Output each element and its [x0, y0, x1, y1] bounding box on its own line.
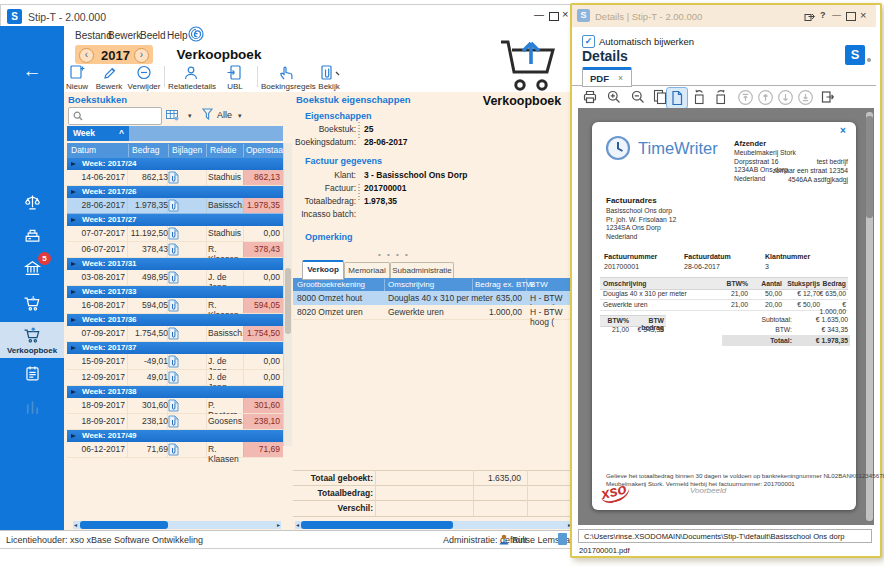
boekstuk-row[interactable]: 07-09-2017 1.754,50 Basissch... 1.754,50 — [67, 326, 283, 342]
spiral-icon[interactable] — [188, 26, 204, 42]
minimize-button[interactable]: — — [534, 9, 544, 20]
toolbar-relatiedetails-button[interactable]: Relatiedetails — [168, 64, 214, 91]
pdf-vertical-scrollbar[interactable] — [866, 112, 873, 521]
details-minimize-button[interactable]: — — [832, 10, 841, 20]
week-group-header[interactable]: Week: 2017/38 — [67, 386, 283, 398]
group-by-week-button[interactable]: Week ^ — [67, 126, 129, 141]
boekstuk-row[interactable]: 07-07-2017 11.192,50 Stadhuis 0,00 — [67, 226, 283, 242]
toolbar-boekingsregels-button[interactable]: Boekingsregels — [261, 64, 311, 91]
details-title-bar[interactable]: S Details | Stip-T - 2.00.000 ? — × — [572, 5, 876, 27]
sidebar-item-register[interactable] — [23, 226, 42, 245]
total-label: Totaal geboekt: — [293, 473, 373, 483]
toolbar-nieuw-button[interactable]: Nieuw — [62, 64, 92, 91]
menu-bestand[interactable]: Bestand — [75, 30, 112, 41]
boekstuk-row[interactable]: 06-12-2017 71,69 R. Klaasen 71,69 — [67, 442, 283, 458]
boekstuk-row[interactable]: 06-07-2017 378,43 R. Klaasen 378,43 — [67, 242, 283, 258]
sidebar-item-reports[interactable] — [23, 398, 42, 417]
next-year-button[interactable]: › — [134, 48, 149, 63]
boekstuk-row[interactable]: 03-08-2017 498,95 J. de Jong 0,00 — [67, 270, 283, 286]
first-page-button[interactable] — [737, 89, 754, 106]
week-group-header[interactable]: Week: 2017/27 — [67, 214, 283, 226]
week-group-header[interactable]: Week: 2017/49 — [67, 430, 283, 442]
sidebar-item-inkoopboek[interactable] — [22, 293, 42, 313]
regels-horizontal-scrollbar[interactable]: ◂ ▸ — [295, 521, 572, 529]
prev-year-button[interactable]: ‹ — [79, 48, 94, 63]
attachment-icon — [168, 443, 206, 456]
cell-openstaand: 1.978,35 — [243, 198, 283, 213]
search-input[interactable] — [68, 107, 162, 125]
boekstukken-column-header[interactable]: Datum Bedrag Bijlagen Relatie Openstaa..… — [67, 143, 283, 158]
toolbar-bewerk-button[interactable]: Bewerk — [94, 64, 124, 91]
week-group-header[interactable]: Week: 2017/36 — [67, 314, 283, 326]
boekstukken-horizontal-scrollbar[interactable]: ◂ ▸ — [73, 521, 281, 529]
tab-memoriaal[interactable]: Memoriaal — [344, 262, 390, 278]
week-group-header[interactable]: Week: 2017/24 — [67, 158, 283, 170]
single-page-button[interactable] — [666, 87, 688, 109]
boekstuk-row[interactable]: 16-08-2017 594,05 R. Klaasen 594,05 — [67, 298, 283, 314]
boekstuk-row[interactable]: 18-09-2017 238,10 Goosens... 238,10 — [67, 414, 283, 430]
regel-row[interactable]: 8020 Omzet uren Gewerkte uren 1.000,00 H… — [293, 305, 573, 320]
sidebar-back-button[interactable]: ← — [0, 60, 64, 90]
tab-verkoop[interactable]: Verkoop — [302, 260, 344, 280]
sidebar-item-verkoopboek[interactable]: Verkoopboek — [0, 322, 64, 358]
last-page-button[interactable] — [797, 89, 814, 106]
tab-subadministratie[interactable]: Subadministratie — [390, 262, 454, 278]
week-group-header[interactable]: Week: 2017/26 — [67, 186, 283, 198]
boekstuk-row[interactable]: 12-09-2017 49,01 J. de Jong 0,00 — [67, 370, 283, 386]
help-icon[interactable]: ? — [820, 10, 826, 20]
print-button[interactable] — [582, 89, 598, 105]
details-app-logo: S — [577, 9, 590, 22]
toolbar-ubl-button[interactable]: UBL inlezen — [215, 64, 255, 91]
column-options-button[interactable]: ▾ — [164, 107, 196, 123]
cell-openstaand: 0,00 — [243, 270, 283, 285]
tab-pdf[interactable]: PDF × — [582, 67, 632, 87]
next-page-button[interactable] — [777, 89, 794, 106]
toolbar-verwijder-button[interactable]: Verwijder — [126, 64, 162, 91]
regel-row[interactable]: 8000 Omzet hout Douglas 40 x 310 per met… — [293, 291, 573, 305]
week-group-header[interactable]: Week: 2017/33 — [67, 286, 283, 298]
menu-beeld[interactable]: Beeld — [140, 30, 166, 41]
boekstuk-row[interactable]: 14-06-2017 862,13 Stadhuis 862,13 — [67, 170, 283, 186]
menu-bewerk[interactable]: Bewerk — [108, 30, 141, 41]
filter-icon[interactable] — [202, 108, 213, 120]
menu-help[interactable]: Help — [167, 30, 188, 41]
zoom-out-button[interactable] — [630, 89, 646, 105]
rotate-right-button[interactable] — [713, 89, 729, 105]
zoom-in-button[interactable] — [606, 89, 622, 105]
sidebar-item-balance[interactable] — [23, 193, 42, 212]
week-group-header[interactable]: Week: 2017/37 — [67, 342, 283, 354]
export-button[interactable] — [820, 89, 836, 105]
pdf-close-icon[interactable]: × — [840, 125, 846, 136]
previous-page-button[interactable] — [757, 89, 774, 106]
sidebar-item-agenda[interactable] — [23, 364, 42, 383]
edit-icon — [94, 64, 124, 81]
boekstukken-heading: Boekstukken — [68, 94, 127, 105]
grand-total-row: Totaal: € 1.978,35 — [722, 335, 850, 346]
details-close-button[interactable]: × — [860, 9, 866, 21]
week-group-label: Week: 2017/31 — [82, 259, 137, 268]
boekstuk-row[interactable]: 18-09-2017 301,60 P. Peeters 301,60 — [67, 398, 283, 414]
week-group-header[interactable]: Week: 2017/31 — [67, 258, 283, 270]
filter-alle-dropdown[interactable]: Alle — [217, 110, 232, 120]
boekstuk-row[interactable]: 15-09-2017 -49,01 J. de Jong 0,00 — [67, 354, 283, 370]
close-button[interactable]: × — [562, 8, 568, 20]
cell-btw: H - BTW hoog ( — [530, 307, 573, 327]
details-maximize-button[interactable] — [846, 12, 856, 21]
status-mini-icon[interactable] — [558, 533, 567, 545]
cell-omschrijving: Gewerkte uren — [388, 307, 444, 317]
toolbar-bekijk-button[interactable]: Bekijk — [314, 64, 344, 91]
maximize-button[interactable] — [549, 12, 559, 21]
tab-close-icon[interactable]: × — [618, 73, 623, 83]
details-window-title: Details | Stip-T - 2.00.000 — [595, 11, 702, 22]
toolbar-label: Bewerk — [94, 82, 124, 91]
splitter-handle[interactable]: • • • • — [378, 250, 410, 259]
cell-bedrag: -49,01 — [128, 356, 168, 366]
pdf-viewer[interactable]: × TimeWriter Afzender Meubelmakerij Stor… — [578, 108, 874, 525]
boekstukken-vertical-scrollbar[interactable] — [283, 143, 292, 446]
field-value-totaalbedrag: 1.978,35 — [364, 196, 397, 206]
boekstuk-row[interactable]: 28-06-2017 1.978,35 Basissch... 1.978,35 — [67, 198, 283, 214]
dock-icon[interactable] — [804, 11, 815, 22]
auto-update-checkbox[interactable]: ✓ — [582, 35, 595, 48]
rotate-left-button[interactable] — [691, 89, 707, 105]
field-label-klant: Klant: — [292, 170, 356, 180]
